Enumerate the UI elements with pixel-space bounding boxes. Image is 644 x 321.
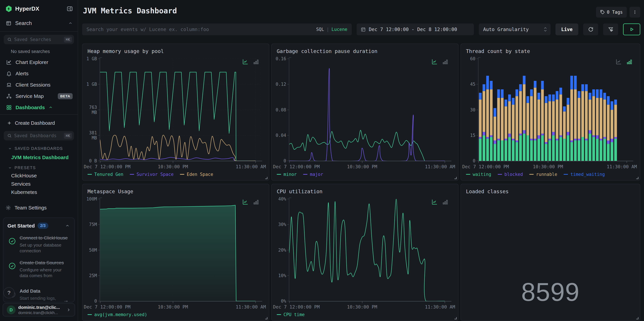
resize-handle[interactable] <box>454 317 457 319</box>
bar-mode-icon[interactable] <box>442 198 449 206</box>
granularity-select[interactable]: Auto Granularity <box>479 23 550 35</box>
legend-item[interactable]: CPU time <box>277 312 304 317</box>
bar-mode-icon[interactable] <box>253 198 260 206</box>
resize-handle[interactable] <box>636 177 638 179</box>
chart-mode-toggles <box>431 198 449 206</box>
filter-button[interactable] <box>603 23 618 35</box>
sidebar-item-services[interactable]: Services <box>0 180 78 188</box>
event-search-input[interactable] <box>86 27 314 32</box>
chart-mode-toggles <box>242 58 260 65</box>
sidebar-item-jvm-metrics-dashboard[interactable]: JVM Metrics Dashboard <box>0 155 78 160</box>
line-mode-icon[interactable] <box>431 198 438 206</box>
sidebar-collapse-button[interactable] <box>66 5 73 12</box>
sidebar-item-client-sessions[interactable]: Client Sessions <box>0 79 78 90</box>
y-tick-label: 10% <box>272 273 286 278</box>
legend-dash <box>130 174 134 175</box>
create-dashboard-button[interactable]: Create Dashboard <box>0 119 78 127</box>
legend-item[interactable]: Eden Space <box>180 172 213 177</box>
y-tick-mark <box>98 58 100 59</box>
legend-item[interactable]: timed_waiting <box>564 172 605 177</box>
controls-bar: SQL | Lucene Dec 7 12:00:00 - Dec 8 12:0… <box>82 23 640 35</box>
x-tick-mark <box>289 302 290 303</box>
run-query-button[interactable] <box>623 23 640 35</box>
legend-label: minor <box>284 172 297 177</box>
user-menu[interactable]: D dominic.tran@clic... dominic.tran@clic… <box>3 303 75 317</box>
query-language-toggle[interactable]: SQL | Lucene <box>316 27 347 32</box>
x-tick-mark <box>478 161 479 163</box>
get-started-item-connect[interactable]: Connect to ClickHouse Set up your databa… <box>8 235 70 254</box>
resize-handle[interactable] <box>636 317 638 319</box>
sql-option[interactable]: SQL <box>316 27 324 32</box>
resize-handle[interactable] <box>265 177 268 179</box>
sidebar-item-clickhouse[interactable]: ClickHouse <box>0 171 78 180</box>
event-search-field[interactable]: SQL | Lucene <box>82 23 352 35</box>
sidebar-item-service-map[interactable]: Service Map BETA <box>0 90 78 102</box>
legend-item[interactable]: waiting <box>466 172 491 177</box>
line-mode-icon[interactable] <box>431 58 438 65</box>
saved-searches-search[interactable]: ⌘K <box>4 35 74 44</box>
chart-plot[interactable] <box>100 199 260 301</box>
get-started-item-sources[interactable]: Create Data Sources Configure where your… <box>8 260 70 279</box>
chevron-up-icon[interactable] <box>68 21 73 25</box>
y-tick-label: 0 <box>272 158 286 163</box>
y-tick-mark <box>476 110 478 110</box>
chart-plot[interactable] <box>100 59 260 161</box>
line-mode-icon[interactable] <box>242 58 249 65</box>
y-tick-label: 0% <box>272 299 286 304</box>
bar-mode-icon[interactable] <box>253 58 260 65</box>
chart-plot[interactable] <box>478 59 631 161</box>
chart-mode-toggles <box>615 58 633 65</box>
bar-mode-icon[interactable] <box>442 58 449 65</box>
presets-section[interactable]: PRESETS <box>0 165 78 170</box>
legend-dash <box>277 314 281 315</box>
date-range-picker[interactable]: Dec 7 12:00:00 - Dec 8 12:00:00 <box>357 23 474 35</box>
y-tick-label: 50M <box>83 248 97 253</box>
legend-item[interactable]: blocked <box>498 172 523 177</box>
sidebar-item-search[interactable]: Search <box>0 18 78 28</box>
get-started-item-add-data[interactable]: Add Data Start sending logs, metrics, or… <box>8 288 70 303</box>
sidebar-item-team-settings[interactable]: Team Settings <box>0 203 78 213</box>
legend-item[interactable]: major <box>303 172 323 177</box>
line-mode-icon[interactable] <box>242 198 249 206</box>
legend-item[interactable]: runnable <box>529 172 557 177</box>
legend-label: major <box>310 172 323 177</box>
chevron-up-icon[interactable] <box>48 105 53 110</box>
x-axis-labels: Dec 7 12:00:00 PM10:30:00 PM11:30:00 AM <box>289 304 450 310</box>
sidebar-item-kubernetes[interactable]: Kubernetes <box>0 188 78 196</box>
saved-searches-input[interactable] <box>14 37 62 42</box>
sidebar-item-chart-explorer[interactable]: Chart Explorer <box>0 56 78 68</box>
saved-dashboards-search[interactable]: ⌘K <box>4 131 74 140</box>
sidebar-item-dashboards[interactable]: Dashboards <box>0 102 78 113</box>
resize-handle[interactable] <box>265 317 268 319</box>
help-button[interactable]: ? <box>4 287 14 298</box>
tags-button[interactable]: 0 Tags <box>596 7 627 17</box>
lucene-option[interactable]: Lucene <box>332 27 347 32</box>
legend-item[interactable]: minor <box>277 172 297 177</box>
chart-plot[interactable] <box>289 59 450 161</box>
y-tick-label: 75M <box>83 222 97 227</box>
legend-item[interactable]: Tenured Gen <box>88 172 123 177</box>
chevron-up-icon[interactable] <box>65 224 70 228</box>
x-tick-label: 10:30:00 PM <box>347 164 377 169</box>
x-tick-label: Dec 7 12:00:00 PM <box>273 304 320 310</box>
get-started-header[interactable]: Get Started 2/3 <box>8 223 70 229</box>
x-tick-mark <box>626 161 627 163</box>
plus-icon <box>7 120 12 126</box>
sidebar-item-label: Team Settings <box>14 205 47 211</box>
get-started-card: Get Started 2/3 Connect to ClickHouse Se… <box>3 218 75 303</box>
saved-dashboards-section[interactable]: SAVED DASHBOARDS <box>0 146 78 151</box>
saved-dashboards-input[interactable] <box>14 133 62 138</box>
refresh-button[interactable] <box>583 23 598 35</box>
legend-item[interactable]: avg(jvm.memory.used) <box>88 312 147 317</box>
more-options-button[interactable] <box>630 7 640 17</box>
live-button[interactable]: Live <box>556 23 578 35</box>
create-dashboard-label: Create Dashboard <box>15 120 55 126</box>
laptop-icon <box>6 82 12 88</box>
sidebar-item-alerts[interactable]: Alerts <box>0 68 78 79</box>
resize-handle[interactable] <box>454 177 457 179</box>
bar-mode-icon[interactable] <box>626 58 633 65</box>
legend-item[interactable]: Survivor Space <box>130 172 174 177</box>
y-tick-mark <box>98 161 100 161</box>
chart-plot[interactable] <box>289 199 450 301</box>
line-mode-icon[interactable] <box>615 58 622 65</box>
